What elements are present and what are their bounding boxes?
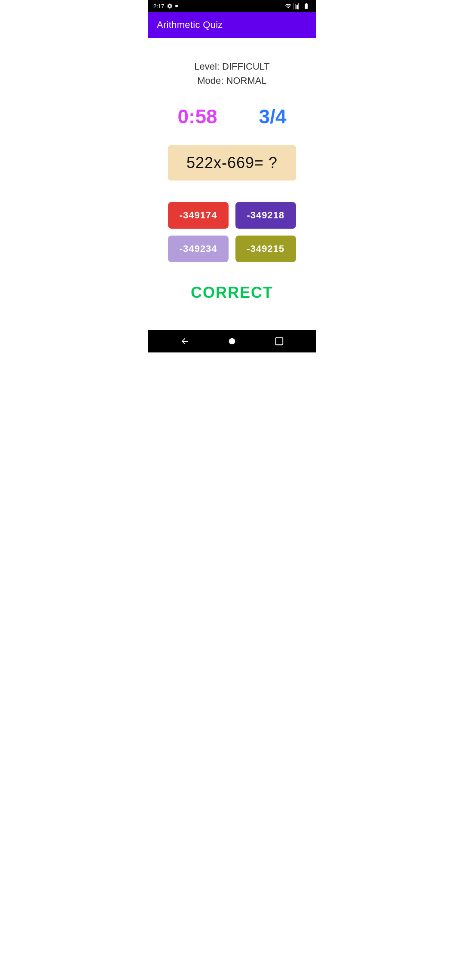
svg-rect-1 bbox=[276, 338, 283, 345]
notification-dot bbox=[175, 5, 178, 7]
status-left: 2:17 bbox=[153, 3, 178, 9]
question-text: 522x-669= ? bbox=[186, 154, 278, 172]
score-display: 3/4 bbox=[259, 105, 287, 128]
nav-bar bbox=[148, 330, 316, 352]
question-box: 522x-669= ? bbox=[168, 145, 296, 181]
app-bar-title: Arithmetic Quiz bbox=[157, 19, 223, 31]
status-time: 2:17 bbox=[153, 3, 164, 9]
wifi-icon bbox=[285, 3, 292, 9]
answer-button-2[interactable]: -349218 bbox=[235, 202, 296, 229]
answer-button-3[interactable]: -349234 bbox=[168, 236, 229, 262]
result-display: CORRECT bbox=[191, 284, 273, 302]
back-button[interactable] bbox=[180, 337, 189, 346]
status-bar: 2:17 bbox=[148, 0, 316, 12]
settings-icon bbox=[167, 3, 173, 9]
main-content: Level: DIFFICULT Mode: NORMAL 0:58 3/4 5… bbox=[148, 38, 316, 330]
recents-button[interactable] bbox=[275, 337, 284, 346]
level-info: Level: DIFFICULT Mode: NORMAL bbox=[194, 59, 270, 88]
app-bar: Arithmetic Quiz bbox=[148, 12, 316, 38]
recents-icon bbox=[275, 337, 284, 346]
answer-button-4[interactable]: -349215 bbox=[235, 236, 296, 262]
stats-row: 0:58 3/4 bbox=[157, 105, 307, 128]
svg-point-0 bbox=[229, 338, 235, 345]
battery-icon bbox=[302, 3, 311, 9]
home-button[interactable] bbox=[227, 337, 237, 346]
signal-icon bbox=[293, 3, 300, 9]
level-text: Level: DIFFICULT bbox=[194, 59, 270, 74]
home-icon bbox=[227, 337, 237, 346]
answer-button-1[interactable]: -349174 bbox=[168, 202, 229, 229]
status-right bbox=[285, 3, 311, 9]
back-icon bbox=[180, 337, 189, 346]
answers-grid: -349174 -349218 -349234 -349215 bbox=[168, 202, 296, 262]
mode-text: Mode: NORMAL bbox=[194, 74, 270, 88]
timer-display: 0:58 bbox=[177, 105, 217, 128]
